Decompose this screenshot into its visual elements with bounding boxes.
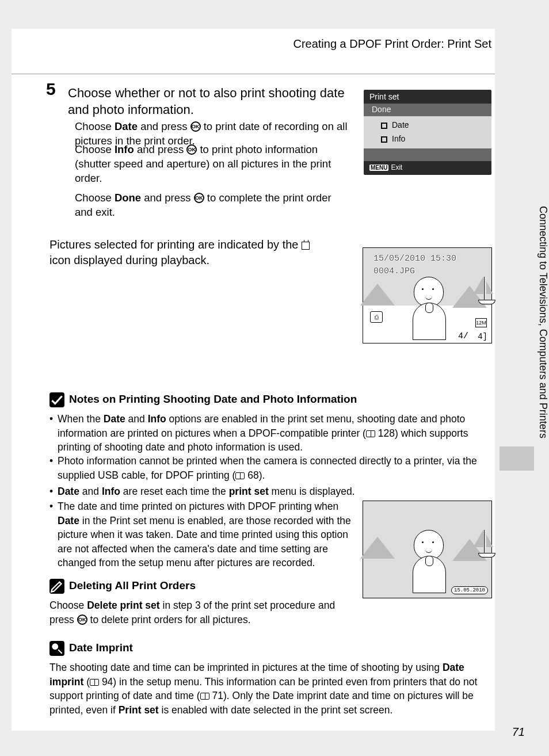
text: icon displayed during playback. [49, 254, 209, 266]
text: Photo information cannot be printed when… [58, 455, 477, 481]
notes2-title: Deleting All Print Orders [49, 579, 196, 594]
page: Creating a DPOF Print Order: Print Set 5… [0, 0, 549, 756]
pencil-note-icon [49, 579, 64, 594]
notes1-title: Notes on Printing Shooting Date and Phot… [49, 392, 357, 407]
ok-icon: OK [77, 614, 87, 625]
text: Date Imprint [69, 642, 133, 654]
text: 68). [245, 469, 265, 481]
menu-icon: MENU [369, 165, 388, 171]
book-icon [90, 679, 99, 686]
notes2-body: Choose Delete print set in step 3 of the… [49, 598, 354, 627]
boat-icon [484, 277, 485, 300]
book-icon [235, 472, 245, 479]
count-current: 4/ [458, 331, 468, 341]
check-note-icon [49, 392, 64, 407]
date-word: Date [115, 120, 138, 132]
date-word: Date [104, 413, 125, 425]
text: and press [141, 192, 194, 204]
count-total: 4] [478, 332, 487, 341]
print-icon [302, 242, 310, 250]
book-icon [366, 430, 375, 437]
step-title: Choose whether or not to also print shoo… [68, 85, 350, 118]
info-word: Info [115, 143, 134, 155]
exit-label: Exit [391, 163, 402, 171]
page-number: 71 [512, 726, 525, 739]
checkbox-icon [381, 123, 387, 129]
text: Choose [75, 143, 115, 155]
step-p4: Pictures selected for printing are indic… [49, 237, 314, 268]
lcd-opt-date: Date [381, 120, 409, 129]
ok-icon: OK [186, 144, 197, 155]
text: and press [138, 120, 190, 132]
text: Info [392, 134, 405, 143]
notes3-body: The shooting date and time can be imprin… [49, 660, 493, 717]
text: and [79, 486, 102, 497]
lcd-bar [364, 148, 491, 161]
date-stamp: 15.05.2010 [451, 586, 488, 594]
text: The shooting date and time can be imprin… [49, 662, 443, 673]
bulb-note-icon [49, 641, 64, 656]
notes1-b2: Photo information cannot be printed when… [49, 454, 493, 482]
text: menu is displayed. [269, 486, 355, 497]
text: Choose [75, 192, 115, 204]
notes1-b4: The date and time printed on pictures wi… [49, 499, 357, 570]
step-p3: Choose Done and press OK to complete the… [75, 191, 345, 220]
lcd-options: Date Info [364, 116, 491, 148]
text: to delete print orders for all pictures. [87, 614, 251, 625]
notes3-title: Date Imprint [49, 641, 133, 656]
print-indicator-icon: ⎙ [370, 311, 383, 323]
text: Choose [49, 600, 87, 611]
lcd2-filename: 0004.JPG [373, 266, 415, 276]
divider [12, 74, 495, 74]
text: is enabled with date selected in the pri… [159, 704, 393, 716]
text: The date and time printed on pictures wi… [58, 501, 338, 512]
lcd-print-set: Print set Done Date Info MENUExit [364, 90, 491, 175]
resolution-badge: 12M [475, 318, 487, 327]
ok-icon: OK [194, 193, 204, 203]
notes1-b3: Date and Info are reset each time the pr… [49, 484, 372, 499]
side-tab-marker [500, 446, 534, 471]
info-word: Info [148, 413, 166, 425]
mountain-icon [360, 537, 395, 559]
delete-printset-word: Delete print set [87, 600, 159, 611]
text: Choose [75, 120, 115, 132]
text: Date [392, 120, 409, 129]
step-p2: Choose Info and press OK to print photo … [75, 143, 340, 186]
text: Notes on Printing Shooting Date and Phot… [69, 393, 357, 405]
info-word: Info [102, 486, 120, 497]
ok-icon: OK [190, 121, 201, 132]
text: Deleting All Print Orders [69, 579, 196, 591]
svg-point-0 [52, 643, 58, 650]
step-number: 5 [46, 79, 56, 99]
book-icon [200, 693, 209, 700]
lcd2-datetime: 15/05/2010 15:30 [373, 254, 456, 264]
done-word: Done [115, 192, 141, 204]
text: and press [134, 143, 187, 155]
lcd-exit-row: MENUExit [369, 163, 402, 171]
printset-word: print set [229, 486, 269, 497]
text: and [125, 413, 148, 425]
printset-word: Print set [119, 704, 159, 716]
lcd-opt-info: Info [381, 134, 405, 143]
notes1-b1: When the Date and Info options are enabl… [49, 412, 484, 455]
person-icon [402, 524, 457, 596]
illustration-2: 15.05.2010 [363, 501, 492, 598]
lcd-title: Print set [369, 92, 399, 101]
text: are reset each time the [120, 486, 229, 497]
text: ( [83, 676, 90, 688]
checkbox-icon [381, 136, 387, 143]
person-icon [402, 271, 457, 343]
date-word: Date [58, 486, 79, 497]
mountain-icon [360, 284, 395, 306]
lcd-done: Done [372, 105, 391, 114]
date-word: Date [58, 515, 79, 526]
running-header: Creating a DPOF Print Order: Print Set [293, 37, 491, 51]
boat-icon [484, 530, 485, 553]
lcd-playback: 15/05/2010 15:30 0004.JPG ⎙ 12M 4/ 4] [363, 247, 492, 343]
text: Pictures selected for printing are indic… [49, 238, 302, 251]
text: in the Print set menu is enabled, are th… [58, 515, 351, 569]
text: When the [58, 413, 104, 425]
side-tab-label: Connecting to Televisions, Computers and… [500, 200, 549, 442]
